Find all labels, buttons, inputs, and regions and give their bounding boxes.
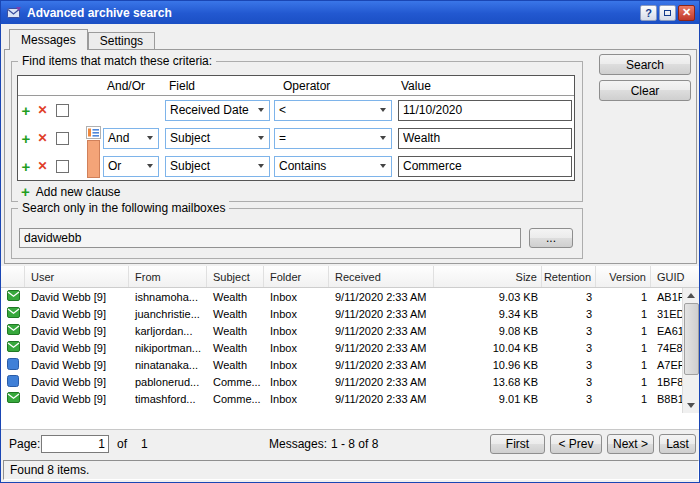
next-page-button[interactable]: Next > — [607, 434, 654, 454]
column-header-size[interactable]: Size — [434, 266, 542, 287]
clear-button[interactable]: Clear — [599, 80, 691, 101]
page-of-label: of — [117, 437, 127, 451]
cell-subject: Wealth — [207, 308, 264, 320]
chevron-down-icon — [380, 136, 386, 140]
close-button[interactable]: ✕ — [678, 5, 695, 21]
field-value: Subject — [170, 159, 210, 173]
cell-from: ninatanaka... — [129, 359, 207, 371]
field-select[interactable]: Received Date — [165, 100, 270, 121]
cell-guid: 1BF8F — [651, 376, 684, 388]
column-header-version[interactable]: Version — [596, 266, 651, 287]
results-header: User From Subject Folder Received Size R… — [1, 266, 700, 288]
cell-received: 9/11/2020 2:33 AM — [329, 359, 434, 371]
add-clause-icon[interactable]: + — [22, 159, 31, 174]
cell-subject: Comme... — [207, 393, 264, 405]
results-rows: David Webb [9] ishnamoha... Wealth Inbox… — [1, 288, 684, 407]
cell-from: timashford... — [129, 393, 207, 405]
messages-range: 1 - 8 of 8 — [331, 437, 378, 451]
cell-user: David Webb [9] — [25, 393, 129, 405]
scrollbar-thumb[interactable] — [684, 303, 699, 375]
page-input[interactable] — [41, 435, 109, 453]
operator-select[interactable]: < — [274, 100, 392, 121]
cell-received: 9/11/2020 2:33 AM — [329, 342, 434, 354]
cell-retention: 3 — [542, 291, 596, 303]
add-new-clause-link[interactable]: + Add new clause — [21, 184, 121, 199]
column-header-icon[interactable] — [1, 266, 25, 287]
chevron-down-icon — [380, 164, 386, 168]
mail-icon — [7, 307, 20, 318]
cell-user: David Webb [9] — [25, 308, 129, 320]
column-header-retention[interactable]: Retention — [542, 266, 596, 287]
field-select[interactable]: Subject — [165, 128, 270, 149]
vertical-scrollbar[interactable] — [682, 288, 699, 413]
cell-from: nikiportman... — [129, 342, 207, 354]
prev-page-button[interactable]: < Prev — [550, 434, 602, 454]
maximize-button[interactable] — [659, 5, 676, 21]
scroll-up-button[interactable] — [683, 288, 699, 303]
value-input[interactable] — [398, 156, 572, 177]
cell-subject: Wealth — [207, 325, 264, 337]
add-clause-icon[interactable]: + — [22, 103, 31, 118]
column-header-user[interactable]: User — [25, 266, 129, 287]
field-value: Received Date — [170, 103, 249, 117]
table-row[interactable]: David Webb [9] timashford... Comme... In… — [1, 390, 684, 407]
mail-icon — [7, 392, 20, 403]
operator-select[interactable]: Contains — [274, 156, 392, 177]
mail-icon — [7, 290, 20, 301]
table-row[interactable]: David Webb [9] juanchristie... Wealth In… — [1, 305, 684, 322]
help-button[interactable]: ? — [640, 5, 657, 21]
scrollbar-track[interactable] — [683, 303, 699, 398]
maximize-icon — [664, 10, 671, 16]
chevron-down-icon — [147, 136, 153, 140]
criteria-col-field: Field — [165, 79, 274, 93]
table-row[interactable]: David Webb [9] ninatanaka... Wealth Inbo… — [1, 356, 684, 373]
item-icon — [7, 375, 19, 387]
clause-checkbox[interactable] — [56, 104, 69, 117]
value-input[interactable] — [398, 128, 572, 149]
cell-from: ishnamoha... — [129, 291, 207, 303]
cell-folder: Inbox — [264, 291, 329, 303]
title-bar[interactable]: Advanced archive search ? ✕ — [1, 1, 699, 24]
delete-clause-icon[interactable]: ✕ — [37, 131, 47, 145]
andor-select[interactable]: And — [103, 128, 159, 149]
operator-select[interactable]: = — [274, 128, 392, 149]
add-new-clause-label: Add new clause — [36, 185, 121, 199]
table-row[interactable]: David Webb [9] ishnamoha... Wealth Inbox… — [1, 288, 684, 305]
cell-from: pablonerud... — [129, 376, 207, 388]
cell-version: 1 — [596, 308, 651, 320]
tab-settings[interactable]: Settings — [88, 32, 155, 49]
delete-clause-icon[interactable]: ✕ — [37, 103, 47, 117]
last-page-button[interactable]: Last — [659, 434, 696, 454]
column-header-from[interactable]: From — [129, 266, 207, 287]
andor-select[interactable]: Or — [103, 156, 159, 177]
cell-size: 9.01 KB — [434, 393, 542, 405]
scroll-down-button[interactable] — [683, 398, 699, 413]
cell-folder: Inbox — [264, 308, 329, 320]
column-header-received[interactable]: Received — [329, 266, 434, 287]
tab-messages[interactable]: Messages — [9, 29, 88, 50]
add-clause-icon[interactable]: + — [22, 131, 31, 146]
mailboxes-input[interactable] — [19, 228, 521, 248]
clause-checkbox[interactable] — [56, 132, 69, 145]
search-button[interactable]: Search — [599, 54, 691, 75]
browse-mailboxes-button[interactable]: ... — [529, 228, 573, 248]
arrow-up-icon — [687, 293, 695, 298]
cell-size: 10.96 KB — [434, 359, 542, 371]
table-row[interactable]: David Webb [9] nikiportman... Wealth Inb… — [1, 339, 684, 356]
table-row[interactable]: David Webb [9] karljordan... Wealth Inbo… — [1, 322, 684, 339]
criteria-table: And/Or Field Operator Value + ✕ — [17, 75, 575, 181]
chevron-down-icon — [258, 136, 264, 140]
clause-checkbox[interactable] — [56, 160, 69, 173]
delete-clause-icon[interactable]: ✕ — [37, 159, 47, 173]
cell-guid: A7EF5 — [651, 359, 684, 371]
column-header-folder[interactable]: Folder — [264, 266, 329, 287]
column-header-guid[interactable]: GUID — [651, 266, 700, 287]
value-input[interactable] — [398, 100, 572, 121]
field-select[interactable]: Subject — [165, 156, 270, 177]
cell-size: 9.34 KB — [434, 308, 542, 320]
column-header-subject[interactable]: Subject — [207, 266, 264, 287]
table-row[interactable]: David Webb [9] pablonerud... Comme... In… — [1, 373, 684, 390]
first-page-button[interactable]: First — [490, 434, 545, 454]
criteria-rows: + ✕ Received Date < + ✕ — [18, 96, 574, 180]
clause-group-indicator[interactable] — [86, 126, 101, 178]
